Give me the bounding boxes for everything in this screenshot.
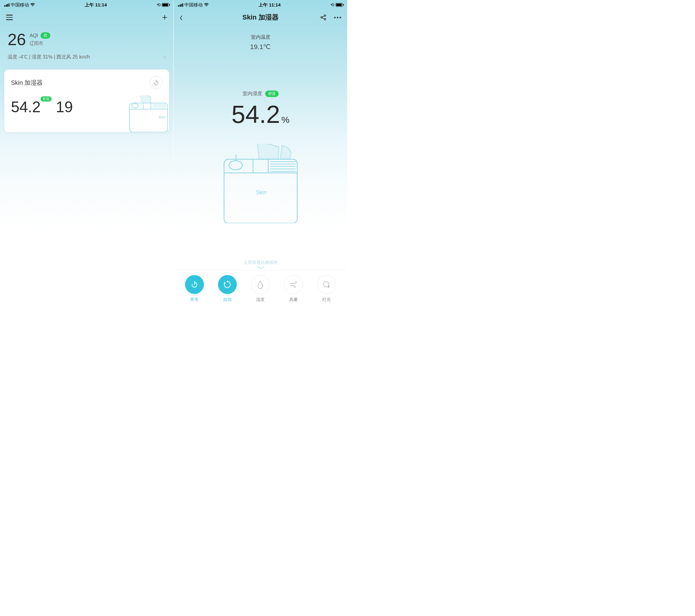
- city-label: 辽阳市: [30, 40, 50, 46]
- card-humidity-value: 54.2 舒适: [11, 98, 40, 116]
- more-button[interactable]: [334, 17, 341, 18]
- action-label: 湿度: [256, 297, 265, 302]
- light-icon: [322, 281, 330, 288]
- aqi-badge: 优: [40, 32, 50, 39]
- svg-line-17: [322, 18, 324, 19]
- clock-label: 上午 11:14: [258, 2, 281, 8]
- drop-icon: [257, 280, 264, 289]
- device-detail-screen: 中国移动 上午 11:14 ⟲ ‹ Skin 加湿器 室内温度 19.1℃ 室内…: [174, 0, 348, 308]
- weather-panel[interactable]: 26 AQI 优 辽阳市 温度 -4℃ | 湿度 31% | 西北风 25 km…: [0, 25, 173, 66]
- action-label: 自动: [223, 297, 232, 302]
- rotation-lock-icon: ⟲: [330, 2, 334, 7]
- swipe-hint: 上滑查看抗菌模块: [243, 260, 278, 265]
- carrier-label: 中国移动: [11, 2, 29, 8]
- signal-icon: [178, 3, 183, 7]
- svg-point-31: [227, 281, 228, 282]
- status-bar: 中国移动 上午 11:14 ⟲: [0, 0, 173, 10]
- svg-point-34: [328, 286, 329, 287]
- action-humidity[interactable]: 湿度: [250, 275, 271, 302]
- power-icon: [153, 80, 159, 86]
- device-thumbnail: Skin: [123, 96, 169, 132]
- power-icon: [190, 281, 199, 288]
- battery-icon: [162, 3, 169, 7]
- wind-button[interactable]: [284, 275, 303, 294]
- svg-text:Skin: Skin: [256, 189, 267, 196]
- rotation-lock-icon: ⟲: [157, 2, 160, 7]
- action-label: 灯光: [322, 297, 331, 302]
- device-card-title: Skin 加湿器: [11, 79, 43, 87]
- room-temp-block: 室内温度 19.1℃: [174, 25, 347, 51]
- room-hum-badge: 舒适: [265, 90, 278, 97]
- card-humidity-badge: 舒适: [40, 96, 52, 102]
- card-power-button[interactable]: [150, 76, 163, 89]
- action-power[interactable]: 开关: [184, 275, 205, 302]
- status-bar: 中国移动 上午 11:14 ⟲: [174, 0, 347, 10]
- svg-line-16: [322, 16, 324, 17]
- device-illustration: Skin 上滑查看抗菌模块: [221, 144, 300, 270]
- share-button[interactable]: [320, 14, 327, 21]
- weather-detail: 温度 -4℃ | 湿度 31% | 西北风 25 km/h: [7, 54, 90, 61]
- wind-icon: [289, 281, 298, 288]
- card-temperature-value: 19: [56, 98, 73, 116]
- chevron-down-icon: [256, 265, 265, 270]
- room-hum-label: 室内湿度: [243, 90, 262, 97]
- back-button[interactable]: ‹: [180, 11, 183, 24]
- light-button[interactable]: [317, 275, 336, 294]
- action-light[interactable]: 灯光: [316, 275, 337, 302]
- action-bar: 开关 自动 湿度 风量 灯光: [174, 270, 347, 308]
- aqi-label: AQI: [30, 33, 38, 38]
- action-wind[interactable]: 风量: [283, 275, 304, 302]
- svg-text:Skin: Skin: [158, 115, 165, 119]
- menu-button[interactable]: [6, 15, 13, 20]
- action-label: 开关: [190, 297, 199, 302]
- room-hum-value: 54.2: [231, 100, 280, 129]
- battery-icon: [336, 3, 343, 7]
- navbar: ‹ Skin 加湿器: [174, 10, 347, 25]
- aqi-value: 26: [7, 31, 26, 48]
- device-card[interactable]: Skin 加湿器 54.2 舒适 19 Skin: [4, 69, 169, 132]
- svg-point-6: [132, 104, 138, 108]
- auto-button[interactable]: [218, 275, 237, 294]
- action-label: 风量: [289, 297, 298, 302]
- carrier-label: 中国移动: [184, 2, 203, 8]
- page-title: Skin 加湿器: [242, 13, 278, 22]
- room-hum-block: 室内湿度 舒适 54.2 %: [174, 90, 347, 129]
- wifi-icon: [204, 3, 209, 7]
- room-hum-percent: %: [281, 115, 290, 125]
- svg-point-32: [224, 282, 225, 284]
- power-button[interactable]: [185, 275, 204, 294]
- svg-point-22: [229, 161, 242, 170]
- wifi-icon: [30, 3, 35, 7]
- room-temp-value: 19.1℃: [174, 43, 347, 51]
- humidity-button[interactable]: [251, 275, 270, 294]
- clock-label: 上午 11:14: [85, 2, 107, 8]
- add-button[interactable]: +: [162, 13, 167, 22]
- chevron-right-icon: ›: [164, 53, 166, 61]
- signal-icon: [4, 3, 10, 7]
- action-auto[interactable]: 自动: [217, 275, 238, 302]
- home-screen: 中国移动 上午 11:14 ⟲ + 26 AQI 优 辽阳市: [0, 0, 174, 308]
- navbar: +: [0, 10, 173, 25]
- room-temp-label: 室内温度: [174, 34, 347, 40]
- auto-icon: [223, 280, 232, 289]
